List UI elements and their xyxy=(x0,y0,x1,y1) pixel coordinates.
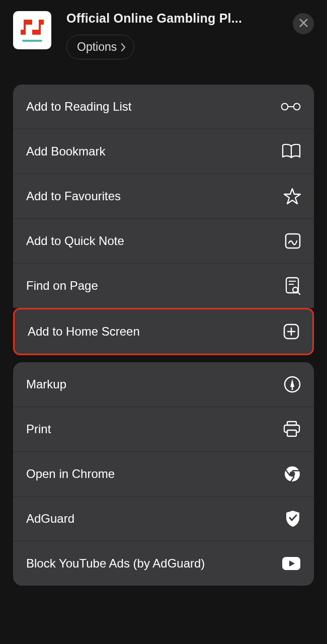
share-sheet-header: Official Online Gambling Pl... Options xyxy=(0,0,327,70)
markup-icon xyxy=(281,375,301,393)
chrome-icon xyxy=(281,465,301,483)
book-icon xyxy=(281,142,301,160)
menu-item-find-on-page[interactable]: Find on Page xyxy=(13,264,314,308)
print-icon xyxy=(281,420,301,438)
menu-item-quick-note[interactable]: Add to Quick Note xyxy=(13,219,314,264)
youtube-icon xyxy=(281,554,301,573)
menu-label: Add to Quick Note xyxy=(26,234,124,248)
menu-item-block-youtube-ads[interactable]: Block YouTube Ads (by AdGuard) xyxy=(13,541,314,586)
menu-label: Add Bookmark xyxy=(26,144,105,158)
menu-section-2: Markup Print Open in Chrome AdGuard Bloc… xyxy=(13,362,314,586)
menu-section-1: Add to Reading List Add Bookmark Add to … xyxy=(13,85,314,308)
menu-label: AdGuard xyxy=(26,512,74,526)
quick-note-icon xyxy=(281,232,301,250)
menu-label: Open in Chrome xyxy=(26,467,115,481)
shield-check-icon xyxy=(281,510,301,528)
star-icon xyxy=(281,187,301,205)
menu-item-bookmark[interactable]: Add Bookmark xyxy=(13,129,314,174)
menu-label: Add to Favourites xyxy=(26,189,121,203)
menu-item-open-in-chrome[interactable]: Open in Chrome xyxy=(13,452,314,497)
svg-line-8 xyxy=(297,292,300,294)
menu-label: Find on Page xyxy=(26,279,98,293)
chevron-right-icon xyxy=(121,43,127,52)
menu-label: Markup xyxy=(26,377,66,391)
menu-label: Add to Reading List xyxy=(26,100,131,114)
close-icon xyxy=(299,18,308,30)
menu-item-print[interactable]: Print xyxy=(13,407,314,452)
page-title: Official Online Gambling Pl... xyxy=(66,11,288,26)
svg-point-1 xyxy=(294,104,300,110)
menu-label: Block YouTube Ads (by AdGuard) xyxy=(26,556,205,571)
svg-point-0 xyxy=(282,104,288,110)
glasses-icon xyxy=(281,98,301,116)
highlighted-menu-item: Add to Home Screen xyxy=(13,308,314,355)
find-on-page-icon xyxy=(281,277,301,295)
menu-label: Add to Home Screen xyxy=(28,325,140,339)
menu-label: Print xyxy=(26,422,51,436)
svg-rect-3 xyxy=(286,234,300,248)
menu-item-add-to-home-screen[interactable]: Add to Home Screen xyxy=(15,309,312,354)
menu-item-markup[interactable]: Markup xyxy=(13,362,314,407)
close-button[interactable] xyxy=(293,13,314,34)
menu-item-reading-list[interactable]: Add to Reading List xyxy=(13,85,314,129)
menu-item-favourites[interactable]: Add to Favourites xyxy=(13,174,314,219)
options-button[interactable]: Options xyxy=(66,35,134,59)
menu-item-adguard[interactable]: AdGuard xyxy=(13,497,314,541)
svg-rect-16 xyxy=(287,430,296,436)
add-to-home-screen-icon xyxy=(279,323,299,341)
site-icon xyxy=(13,11,51,49)
options-label: Options xyxy=(77,40,117,54)
